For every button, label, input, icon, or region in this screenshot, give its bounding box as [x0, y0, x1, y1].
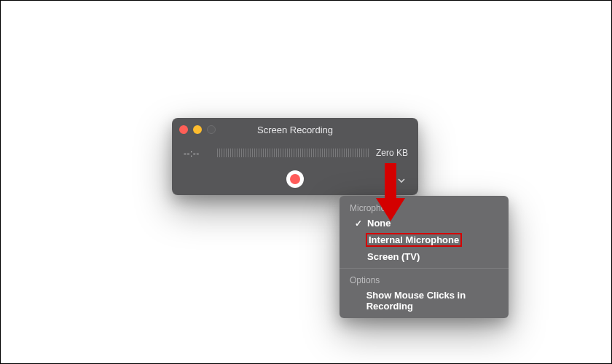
chevron-down-icon — [397, 176, 406, 185]
options-dropdown-button[interactable] — [395, 174, 408, 187]
recording-options-menu: Microphone ✓ None Internal Microphone Sc… — [340, 196, 509, 318]
annotation-highlight: Internal Microphone — [366, 233, 462, 247]
menu-item-label: Internal Microphone — [369, 234, 459, 245]
checkmark-icon: ✓ — [354, 218, 363, 229]
menu-item-label: Screen (TV) — [367, 251, 420, 262]
menu-item-show-mouse-clicks[interactable]: Show Mouse Clicks in Recording — [340, 288, 509, 314]
menu-section-options: Options — [340, 272, 509, 288]
menu-divider — [340, 268, 509, 269]
menu-item-internal-microphone[interactable]: Internal Microphone — [340, 231, 509, 249]
record-button[interactable] — [286, 170, 304, 188]
menu-item-none[interactable]: ✓ None — [340, 215, 509, 231]
menu-item-screen-tv[interactable]: Screen (TV) — [340, 249, 509, 264]
recording-filesize: Zero KB — [376, 148, 408, 158]
recording-timecode: --:-- — [184, 149, 200, 159]
menu-section-microphone: Microphone — [340, 200, 509, 215]
window-title: Screen Recording — [172, 124, 418, 135]
record-dot-icon — [290, 174, 300, 184]
menu-item-label: None — [367, 218, 391, 229]
menu-item-label: Show Mouse Clicks in Recording — [366, 290, 498, 312]
screen-recording-window: Screen Recording --:-- Zero KB — [172, 118, 418, 195]
audio-level-meter — [217, 147, 369, 159]
